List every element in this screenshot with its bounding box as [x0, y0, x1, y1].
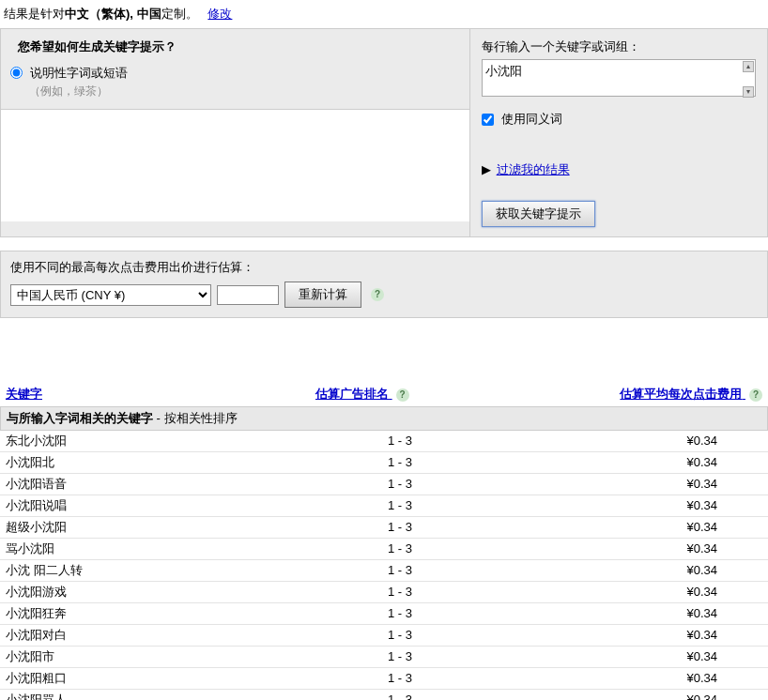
help-icon[interactable]: ?	[371, 288, 384, 301]
filter-results-link[interactable]: 过滤我的结果	[497, 162, 570, 176]
locale-note: 结果是针对中文（繁体), 中国定制。 修改	[0, 0, 768, 28]
keyword-textarea[interactable]	[482, 59, 756, 97]
subheader-row: 与所输入字词相关的关键字 - 按相关性排序	[0, 406, 768, 431]
cell-keyword: 超级小沈阳	[6, 519, 315, 536]
table-row: 小沈阳说唱1 - 3¥0.34	[0, 495, 768, 517]
table-body: 东北小沈阳1 - 3¥0.34小沈阳北1 - 3¥0.34小沈阳语音1 - 3¥…	[0, 431, 768, 700]
filter-row: ▶ 过滤我的结果	[482, 161, 756, 178]
locale-suffix: 定制。	[161, 7, 198, 21]
cell-rank: 1 - 3	[315, 584, 484, 601]
get-keywords-button[interactable]: 获取关键字提示	[482, 201, 595, 227]
cell-cost: ¥0.34	[484, 670, 762, 687]
cell-cost: ¥0.34	[484, 605, 762, 622]
cell-cost: ¥0.34	[484, 648, 762, 665]
cell-rank: 1 - 3	[315, 540, 484, 557]
option-descriptive-example: （例如，绿茶）	[29, 84, 460, 99]
cell-keyword: 小沈阳骂人	[6, 692, 315, 700]
synonym-row: 使用同义词	[482, 111, 756, 128]
amount-input[interactable]	[217, 285, 279, 305]
locale-value: 中文（繁体), 中国	[65, 7, 161, 21]
cell-cost: ¥0.34	[484, 476, 762, 493]
help-icon[interactable]: ?	[749, 388, 762, 402]
results-table: 关键字 估算广告排名 ? 估算平均每次点击费用 ? 与所输入字词相关的关键字 -…	[0, 384, 768, 700]
table-row: 东北小沈阳1 - 3¥0.34	[0, 431, 768, 452]
cell-keyword: 小沈阳语音	[6, 476, 315, 493]
currency-select[interactable]: 中国人民币 (CNY ¥)	[10, 284, 211, 306]
table-row: 超级小沈阳1 - 3¥0.34	[0, 517, 768, 539]
cell-keyword: 小沈阳说唱	[6, 497, 315, 514]
table-row: 小沈阳北1 - 3¥0.34	[0, 452, 768, 474]
table-row: 小沈阳对白1 - 3¥0.34	[0, 625, 768, 647]
cell-cost: ¥0.34	[484, 519, 762, 536]
synonym-checkbox[interactable]	[482, 114, 494, 126]
cell-keyword: 小沈阳市	[6, 648, 315, 665]
table-row: 小沈阳狂奔1 - 3¥0.34	[0, 603, 768, 625]
header-cost[interactable]: 估算平均每次点击费用	[620, 387, 742, 401]
table-row: 骂小沈阳1 - 3¥0.34	[0, 539, 768, 560]
cell-cost: ¥0.34	[484, 692, 762, 700]
change-locale-link[interactable]: 修改	[207, 7, 232, 21]
subheader-bold: 与所输入字词相关的关键字	[7, 411, 153, 425]
cell-keyword: 小沈 阳二人转	[6, 562, 315, 579]
budget-panel: 使用不同的最高每次点击费用出价进行估算： 中国人民币 (CNY ¥) 重新计算 …	[0, 251, 768, 318]
cell-cost: ¥0.34	[484, 562, 762, 579]
recalculate-button[interactable]: 重新计算	[284, 282, 361, 308]
cell-keyword: 小沈阳狂奔	[6, 605, 315, 622]
table-row: 小沈阳市1 - 3¥0.34	[0, 647, 768, 668]
keyword-input-label: 每行输入一个关键字或词组：	[482, 38, 756, 55]
cell-keyword: 小沈阳游戏	[6, 584, 315, 601]
cell-cost: ¥0.34	[484, 584, 762, 601]
cell-rank: 1 - 3	[315, 627, 484, 644]
cell-keyword: 小沈阳对白	[6, 627, 315, 644]
cell-rank: 1 - 3	[315, 519, 484, 536]
cell-rank: 1 - 3	[315, 692, 484, 700]
header-keyword[interactable]: 关键字	[6, 387, 42, 401]
cell-cost: ¥0.34	[484, 433, 762, 449]
help-icon[interactable]: ?	[396, 388, 409, 402]
left-column: 您希望如何生成关键字提示？ 说明性字词或短语 （例如，绿茶）	[1, 29, 470, 236]
option-descriptive-radio[interactable]	[10, 67, 23, 79]
table-row: 小沈阳粗口1 - 3¥0.34	[0, 668, 768, 690]
table-row: 小沈 阳二人转1 - 3¥0.34	[0, 560, 768, 582]
cell-cost: ¥0.34	[484, 540, 762, 557]
right-column: 每行输入一个关键字或词组： ▴ ▾ 使用同义词 ▶ 过滤我的结果 获取关键字提示	[470, 29, 767, 236]
budget-label: 使用不同的最高每次点击费用出价进行估算：	[10, 259, 758, 276]
locale-prefix: 结果是针对	[4, 7, 65, 21]
cell-keyword: 东北小沈阳	[6, 433, 315, 449]
cell-rank: 1 - 3	[315, 454, 484, 471]
cell-rank: 1 - 3	[315, 648, 484, 665]
cell-keyword: 骂小沈阳	[6, 540, 315, 557]
cell-rank: 1 - 3	[315, 670, 484, 687]
cell-rank: 1 - 3	[315, 562, 484, 579]
synonym-label: 使用同义词	[501, 112, 562, 126]
table-row: 小沈阳游戏1 - 3¥0.34	[0, 582, 768, 603]
header-rank[interactable]: 估算广告排名	[315, 387, 389, 401]
cell-rank: 1 - 3	[315, 476, 484, 493]
generation-method-title: 您希望如何生成关键字提示？	[1, 29, 469, 61]
left-white-area	[1, 109, 469, 221]
cell-rank: 1 - 3	[315, 497, 484, 514]
cell-cost: ¥0.34	[484, 627, 762, 644]
cell-keyword: 小沈阳北	[6, 454, 315, 471]
option-descriptive[interactable]: 说明性字词或短语 （例如，绿茶）	[1, 61, 469, 109]
cell-rank: 1 - 3	[315, 605, 484, 622]
triangle-right-icon: ▶	[482, 162, 491, 176]
option-descriptive-label: 说明性字词或短语	[30, 65, 128, 82]
table-row: 小沈阳语音1 - 3¥0.34	[0, 474, 768, 495]
subheader-rest: - 按相关性排序	[153, 411, 238, 425]
cell-cost: ¥0.34	[484, 497, 762, 514]
table-row: 小沈阳骂人1 - 3¥0.34	[0, 690, 768, 700]
table-header-row: 关键字 估算广告排名 ? 估算平均每次点击费用 ?	[0, 384, 768, 406]
cell-rank: 1 - 3	[315, 433, 484, 449]
main-panel: 您希望如何生成关键字提示？ 说明性字词或短语 （例如，绿茶） 每行输入一个关键字…	[0, 28, 768, 237]
cell-keyword: 小沈阳粗口	[6, 670, 315, 687]
cell-cost: ¥0.34	[484, 454, 762, 471]
